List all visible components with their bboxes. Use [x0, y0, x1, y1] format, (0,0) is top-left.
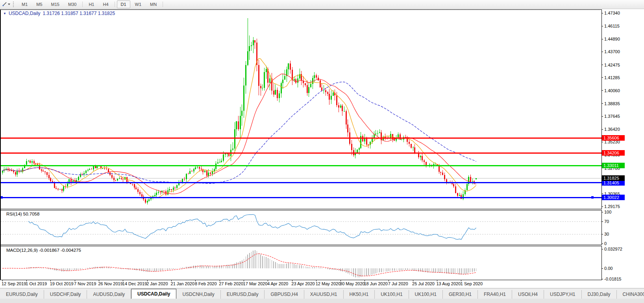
chart-tab-eurusd-daily[interactable]: EURUSD,Daily [221, 290, 265, 299]
chart-title-symbol: USDCAD,Daily [9, 11, 41, 16]
svg-text:1 Oct 2019: 1 Oct 2019 [26, 281, 47, 286]
svg-text:1.35606: 1.35606 [603, 136, 619, 140]
chart-tab-usdcad-daily[interactable]: USDCAD,Daily [131, 289, 176, 299]
chart-tab-usoil-h4[interactable]: USOil,H4 [512, 290, 544, 299]
chart-tab-xauusd-h1[interactable]: XAUUSD,H1 [304, 290, 344, 299]
svg-text:1 Sep 2020: 1 Sep 2020 [461, 281, 483, 286]
chart-tab-china300-h1[interactable]: CHINA300,H1 [617, 290, 644, 299]
chart-tab-usdjpy-h1[interactable]: USDJPY,H1 [544, 290, 581, 299]
macd-panel-content [2, 250, 476, 277]
svg-text:1.34206: 1.34206 [603, 151, 619, 155]
main-panel-frame [0, 9, 601, 209]
chart-tab-eurusd-daily[interactable]: EURUSD,Daily [0, 290, 44, 299]
svg-text:70: 70 [604, 219, 609, 224]
panel-frames [0, 9, 601, 280]
svg-text:7 Jul 2020: 7 Jul 2020 [388, 281, 408, 286]
chart-tab-ger30-h1[interactable]: GER30,H1 [443, 290, 478, 299]
date-axis: 12 Sep 20191 Oct 201919 Oct 20197 Nov 20… [2, 280, 483, 286]
svg-text:7 Nov 2019: 7 Nov 2019 [74, 281, 96, 286]
macd-panel-frame [0, 246, 601, 280]
macd-indicator-label: MACD(12,26,9) -0.001867 -0.004275 [6, 248, 81, 253]
chart-tabs: EURUSD,DailyUSDCHF,DailyAUDUSD,DailyUSDC… [0, 288, 644, 299]
chart-tab-uk100-h1[interactable]: UK100,H1 [409, 290, 443, 299]
window-bottom-edge [0, 299, 644, 303]
svg-text:0.032972: 0.032972 [604, 247, 622, 251]
svg-text:23 Apr 2020: 23 Apr 2020 [291, 281, 315, 286]
svg-text:1.41285: 1.41285 [604, 75, 620, 80]
svg-text:1.38835: 1.38835 [604, 101, 620, 106]
svg-text:1.40060: 1.40060 [604, 88, 620, 93]
svg-text:12 Sep 2019: 12 Sep 2019 [2, 281, 26, 286]
svg-text:12 May 2020: 12 May 2020 [316, 281, 341, 286]
chart-canvas[interactable]: 1.473401.461151.448901.437001.424751.412… [0, 0, 644, 288]
svg-text:1.42475: 1.42475 [604, 63, 620, 67]
candles-series [2, 18, 477, 204]
svg-text:27 Feb 2020: 27 Feb 2020 [219, 281, 243, 286]
svg-text:26 Nov 2019: 26 Nov 2019 [98, 281, 122, 286]
svg-text:1.47340: 1.47340 [604, 11, 620, 15]
svg-text:0.00: 0.00 [604, 266, 613, 271]
svg-text:14 Dec 2019: 14 Dec 2019 [122, 281, 147, 286]
chart-tab-fra40-h1[interactable]: FRA40,H1 [478, 290, 512, 299]
svg-text:1.31825: 1.31825 [603, 176, 619, 180]
svg-text:1.43700: 1.43700 [604, 49, 620, 54]
moving-averages [2, 59, 476, 198]
svg-text:30 May 2020: 30 May 2020 [340, 281, 365, 286]
chart-title: ▼ USDCAD,Daily 1.31726 1.31857 1.31677 1… [3, 11, 115, 16]
chart-tabs-bar: EURUSD,DailyUSDCHF,DailyAUDUSD,DailyUSDC… [0, 288, 644, 299]
chart-tab-usdchf-daily[interactable]: USDCHF,Daily [44, 290, 87, 299]
svg-text:30: 30 [604, 232, 609, 236]
svg-text:8 Feb 2020: 8 Feb 2020 [195, 281, 217, 286]
price-axis-badges: 1.356061.342061.330111.314051.300221.318… [602, 135, 625, 200]
rsi-indicator-label: RSI(14) 50.7058 [6, 212, 39, 216]
svg-text:17 Mar 2020: 17 Mar 2020 [243, 281, 268, 286]
chart-title-ohlc: 1.31726 1.31857 1.31677 1.31825 [43, 11, 115, 16]
trading-platform-window: M1M5M15M30H1H4D1W1MN 1.473401.461151.448… [0, 0, 644, 303]
price-axis: 1.473401.461151.448901.437001.424751.412… [601, 11, 622, 281]
svg-text:25 Jul 2020: 25 Jul 2020 [412, 281, 435, 286]
svg-text:0: 0 [604, 241, 607, 246]
chart-tab-gbpusd-h4[interactable]: GBPUSD,H4 [265, 290, 304, 299]
chart-tab-usdcnh-daily[interactable]: USDCNH,Daily [176, 290, 220, 299]
level-drag-handle[interactable] [591, 196, 594, 199]
svg-text:4 Apr 2020: 4 Apr 2020 [267, 281, 288, 286]
rsi-panel-frame [0, 210, 601, 245]
svg-text:1.44890: 1.44890 [604, 37, 620, 41]
svg-text:1.46115: 1.46115 [604, 24, 620, 28]
svg-text:1.30022: 1.30022 [603, 195, 619, 200]
price-level-lines[interactable] [0, 138, 601, 199]
chart-tab-hk50-h1[interactable]: HK50,H1 [344, 290, 375, 299]
collapse-indicator-icon[interactable]: ▼ [3, 12, 6, 15]
svg-text:-0.01815: -0.01815 [604, 277, 621, 281]
svg-text:19 Oct 2019: 19 Oct 2019 [50, 281, 74, 286]
svg-text:1.36420: 1.36420 [604, 127, 620, 132]
svg-text:100: 100 [604, 210, 611, 214]
svg-text:13 Aug 2020: 13 Aug 2020 [436, 281, 461, 286]
chart-tab-dj30-daily[interactable]: DJ30,Daily [582, 290, 617, 299]
chart-tab-audusd-daily[interactable]: AUDUSD,Daily [87, 290, 131, 299]
svg-text:1.33011: 1.33011 [603, 163, 619, 168]
svg-text:2 Jan 2020: 2 Jan 2020 [146, 281, 168, 286]
svg-text:1.29175: 1.29175 [604, 204, 620, 209]
svg-text:1.37645: 1.37645 [604, 114, 620, 119]
svg-text:18 Jun 2020: 18 Jun 2020 [364, 281, 388, 286]
rsi-panel-content [0, 214, 601, 239]
chart-tab-uk100-h1[interactable]: UK100,H1 [375, 290, 409, 299]
svg-text:1.31405: 1.31405 [603, 180, 619, 185]
svg-text:21 Jan 2020: 21 Jan 2020 [171, 281, 195, 286]
